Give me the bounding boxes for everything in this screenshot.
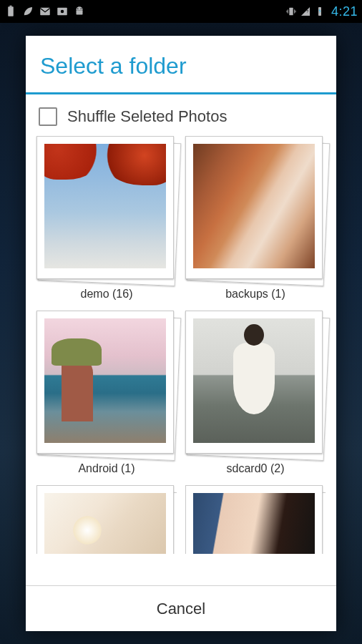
dialog-title: Select a folder <box>26 36 336 92</box>
folder-thumb <box>44 318 166 443</box>
svg-point-5 <box>77 9 79 10</box>
folder-label: backups (1) <box>225 288 285 301</box>
android-icon <box>73 5 86 18</box>
folder-label: sdcard0 (2) <box>227 462 285 475</box>
folder-thumb <box>193 318 315 443</box>
folder-thumb-stack <box>185 311 326 458</box>
folder-thumb <box>44 493 166 554</box>
folder-label: Android (1) <box>78 462 134 475</box>
folder-thumb <box>193 493 315 554</box>
leaf-icon <box>21 5 34 18</box>
shuffle-checkbox[interactable] <box>39 107 57 126</box>
battery-charging-icon <box>314 6 326 17</box>
select-folder-dialog: Select a folder Shuffle Seleted Photos d… <box>26 36 336 631</box>
svg-point-6 <box>81 9 82 10</box>
status-left-icons <box>4 0 86 23</box>
svg-rect-7 <box>77 11 83 15</box>
folder-thumb-stack <box>185 136 326 283</box>
folder-sdcard0[interactable]: sdcard0 (2) <box>185 311 326 475</box>
svg-rect-8 <box>289 8 293 16</box>
folder-thumb-stack <box>36 311 177 458</box>
svg-text:?: ? <box>306 9 308 14</box>
gmail-icon <box>39 5 52 18</box>
folder-demo[interactable]: demo (16) <box>36 136 177 301</box>
status-right-icons: ? 4:21 <box>285 0 358 23</box>
folder-partial-2[interactable] <box>185 485 326 554</box>
status-bar: ? 4:21 <box>0 0 362 23</box>
svg-point-4 <box>61 10 64 14</box>
dialog-divider <box>26 92 336 94</box>
folder-android[interactable]: Android (1) <box>36 311 177 475</box>
folder-backups[interactable]: backups (1) <box>185 136 326 301</box>
screenshot-icon <box>56 5 69 18</box>
folder-grid-wrap: demo (16) backups (1) Android (1) <box>26 136 336 585</box>
folder-thumb <box>193 144 315 268</box>
folder-thumb-stack <box>185 485 326 554</box>
svg-rect-1 <box>10 6 12 7</box>
status-time: 4:21 <box>331 4 358 19</box>
shuffle-row[interactable]: Shuffle Seleted Photos <box>26 103 336 136</box>
folder-thumb <box>44 144 166 268</box>
cancel-button[interactable]: Cancel <box>26 586 336 631</box>
svg-rect-0 <box>8 6 14 16</box>
folder-thumb-stack <box>36 136 177 283</box>
battery-icon <box>4 5 17 18</box>
no-sim-icon: ? <box>300 6 311 17</box>
folder-label: demo (16) <box>81 288 133 301</box>
folder-grid: demo (16) backups (1) Android (1) <box>36 136 326 554</box>
dialog-footer: Cancel <box>26 585 336 631</box>
folder-thumb-stack <box>36 485 177 554</box>
shuffle-label: Shuffle Seleted Photos <box>67 107 227 126</box>
vibrate-icon <box>285 6 297 17</box>
folder-partial-1[interactable] <box>36 485 177 554</box>
